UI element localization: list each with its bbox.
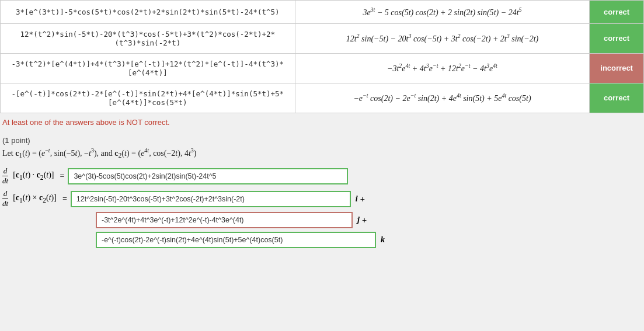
table-row: 12*(t^2)*sin(-5*t)-20*(t^3)*cos(-5*t)+3*… [1, 23, 644, 53]
status-badge-3: incorrect [590, 53, 644, 83]
input-text-2: 12*(t^2)*sin(-5*t)-20*(t^3)*cos(-5*t)+3*… [20, 30, 276, 47]
answer-input-3[interactable] [96, 212, 353, 228]
derivative-fraction-2: d dt [2, 189, 8, 208]
equals-sign-1: = [60, 172, 65, 181]
input-text-4a: -[e^(-t)]*cos(2*t)-2*[e^(-t)]*sin(2*t)+4… [12, 89, 284, 98]
equals-sign-2: = [62, 194, 67, 204]
plus-sign-2: + [362, 215, 367, 225]
input-cell-3: -3*(t^2)*[e^(4*t)]+4*(t^3)*[e^(-t)]+12*(… [1, 53, 295, 83]
input-text-1: 3*[e^(3*t)]-5*cos(5*t)*cos(2*t)+2*sin(2*… [16, 8, 280, 16]
table-row: -3*(t^2)*[e^(4*t)]+4*(t^3)*[e^(-t)]+12*(… [1, 53, 644, 83]
table-row: -[e^(-t)]*cos(2*t)-2*[e^(-t)]*sin(2*t)+4… [1, 83, 644, 113]
main-container: 3*[e^(3*t)]-5*cos(5*t)*cos(2*t)+2*sin(2*… [0, 0, 644, 257]
input-cell-2: 12*(t^2)*sin(-5*t)-20*(t^3)*cos(-5*t)+3*… [1, 23, 295, 53]
rendered-cell-1: 3e3t − 5 cos(5t) cos(2t) + 2 sin(2t) sin… [295, 1, 590, 24]
fraction-denominator-2: dt [2, 199, 8, 208]
input-cell-1: 3*[e^(3*t)]-5*cos(5*t)*cos(2*t)+2*sin(2*… [1, 1, 295, 24]
problem-statement: Let c1(t) = (e−t, sin(−5t), −t3), and c2… [2, 147, 642, 159]
rendered-cell-2: 12t2 sin(−5t) − 20t3 cos(−5t) + 3t2 cos(… [295, 23, 590, 53]
rendered-math-4: −e−t cos(2t) − 2e−t sin(2t) + 4e4t sin(5… [353, 94, 531, 103]
rendered-cell-4: −e−t cos(2t) − 2e−t sin(2t) + 4e4t sin(5… [295, 83, 590, 113]
derivative-fraction-1: d dt [2, 166, 8, 186]
answer-input-4[interactable] [96, 232, 376, 248]
plus-sign-1: + [360, 194, 365, 204]
rendered-math-3: −3t2e4t + 4t3e−t + 12t2e−t − 4t3e4t [387, 64, 497, 73]
status-badge-4: correct [590, 83, 644, 113]
rendered-cell-3: −3t2e4t + 4t3e−t + 12t2e−t − 4t3e4t [295, 53, 590, 83]
problem-section: (1 point) Let c1(t) = (e−t, sin(−5t), −t… [0, 130, 644, 257]
answer-input-2[interactable] [71, 191, 351, 207]
status-badge-1: correct [590, 1, 644, 24]
equation-row-2: d dt [c1(t) × c2(t)] = i + [2, 189, 642, 208]
warning-message: At least one of the answers above is NOT… [0, 113, 644, 130]
fraction-numerator-1: d [4, 166, 8, 176]
j-unit-label: j [357, 215, 360, 225]
equation-row-4: k [96, 232, 642, 248]
points-label: (1 point) [2, 136, 642, 145]
status-badge-2: correct [590, 23, 644, 53]
k-unit-label: k [381, 235, 385, 245]
results-table: 3*[e^(3*t)]-5*cos(5*t)*cos(2*t)+2*sin(2*… [0, 0, 644, 113]
equation-row-1: d dt [c1(t) · c2(t)] = [2, 166, 642, 186]
input-cell-4: -[e^(-t)]*cos(2*t)-2*[e^(-t)]*sin(2*t)+4… [1, 83, 295, 113]
bracket-label-2: [c1(t) × c2(t)] [13, 193, 57, 204]
input-text-4b: [e^(4*t)]*cos(5*t) [108, 98, 187, 107]
input-text-3: -3*(t^2)*[e^(4*t)]+4*(t^3)*[e^(-t)]+12*(… [12, 60, 284, 77]
table-row: 3*[e^(3*t)]-5*cos(5*t)*cos(2*t)+2*sin(2*… [1, 1, 644, 24]
fraction-numerator-2: d [4, 189, 8, 198]
bracket-label-1: [c1(t) · c2(t)] [13, 170, 54, 182]
i-unit-label: i [356, 194, 358, 204]
rendered-math-1: 3e3t − 5 cos(5t) cos(2t) + 2 sin(2t) sin… [363, 8, 521, 17]
answer-input-1[interactable] [68, 168, 348, 184]
fraction-denominator-1: dt [2, 176, 8, 186]
equation-row-3: j + [96, 212, 642, 228]
rendered-math-2: 12t2 sin(−5t) − 20t3 cos(−5t) + 3t2 cos(… [346, 34, 539, 43]
